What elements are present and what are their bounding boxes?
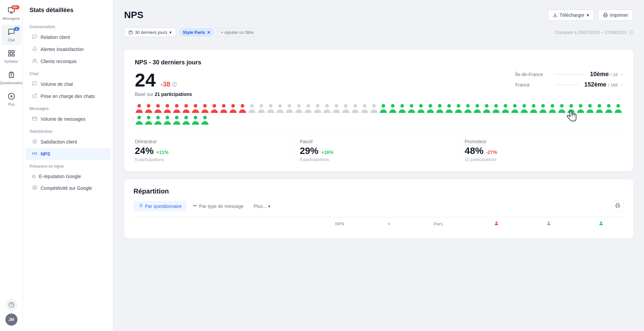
svg-point-36 <box>213 104 216 108</box>
repartition-print-button[interactable] <box>611 201 624 212</box>
person-green <box>595 104 604 115</box>
svg-point-82 <box>156 116 160 119</box>
sidebar-section-messages: Messages <box>23 102 113 113</box>
nps-score-row: 24 -38 ⓘ Basé sur 21 participations Île-… <box>135 71 623 97</box>
svg-point-76 <box>588 104 592 108</box>
svg-line-14 <box>34 94 37 96</box>
synthese-icon <box>8 50 15 59</box>
svg-rect-1 <box>8 50 10 52</box>
svg-point-32 <box>175 104 179 108</box>
svg-point-81 <box>147 116 151 119</box>
download-label: Télécharger <box>559 12 585 18</box>
svg-point-94 <box>193 205 194 206</box>
svg-point-53 <box>372 104 376 108</box>
svg-point-34 <box>194 104 198 108</box>
svg-point-37 <box>222 104 226 108</box>
prise-en-charge-label: Prise en charge des chats <box>41 94 95 99</box>
promoteur-label: Promoteur <box>465 139 623 144</box>
sidebar-item-relation-client[interactable]: Relation client <box>25 31 110 43</box>
passif-participations: 6 participations <box>300 157 458 162</box>
satisfaction-client-label: Satisfaction client <box>41 139 77 145</box>
style-paris-filter-tag[interactable]: Style Paris ✕ <box>179 28 214 37</box>
svg-point-65 <box>485 104 489 108</box>
nav-chat[interactable]: 1 Chat <box>1 25 21 45</box>
download-button[interactable]: Télécharger ▾ <box>548 9 594 21</box>
person-green <box>614 104 623 115</box>
svg-point-64 <box>476 104 479 108</box>
type-message-tab-icon <box>193 203 197 209</box>
rank-arrow-1[interactable]: › <box>621 72 623 77</box>
th-sort-icon[interactable] <box>375 221 404 227</box>
sidebar-item-nps[interactable]: NPS <box>25 148 110 160</box>
nav-messagerie[interactable]: 99+ Messagerie <box>1 3 21 23</box>
th-part: Part. <box>410 221 467 226</box>
person-red <box>154 104 162 115</box>
tab-par-type-message[interactable]: Par type de message <box>188 201 248 211</box>
person-green <box>473 104 482 115</box>
person-green <box>576 104 585 115</box>
print-button[interactable]: Imprimer <box>598 9 633 21</box>
compare-text: Comparé à 29/07/2023 – 27/08/2023 ⓘ <box>555 30 633 36</box>
sidebar-item-alertes[interactable]: Alertes insatisfaction <box>25 43 110 55</box>
date-chevron-icon: ▾ <box>169 30 172 35</box>
nav-plus[interactable]: Plus <box>1 89 21 109</box>
promoteur-value-row: 48% -27% <box>465 146 623 156</box>
nav-synthese[interactable]: Synthèse <box>1 46 21 66</box>
detracteur-value: 24% <box>135 146 154 156</box>
rank-france-label: France <box>515 82 549 88</box>
help-icon-btn[interactable] <box>5 299 17 311</box>
nps-card: NPS - 30 derniers jours 24 -38 ⓘ Basé su… <box>124 50 633 171</box>
promoteur-participations: 10 participations <box>465 157 623 162</box>
tab-plus[interactable]: Plus... ▾ <box>250 201 274 211</box>
nps-score-left: 24 -38 ⓘ Basé sur 21 participations <box>135 71 192 97</box>
svg-point-16 <box>34 153 36 154</box>
header-actions: Télécharger ▾ Imprimer <box>548 9 633 21</box>
svg-point-69 <box>523 104 526 108</box>
svg-point-99 <box>496 222 497 223</box>
nav-questionnaires[interactable]: Questionnaires <box>1 68 21 88</box>
add-filter-button[interactable]: + Ajouter un filtre <box>217 28 257 37</box>
nps-card-title: NPS - 30 derniers jours <box>135 59 623 66</box>
person-gray <box>370 104 378 115</box>
sidebar-item-clients-reconquis[interactable]: Clients reconquis <box>25 55 110 67</box>
svg-point-51 <box>354 104 357 108</box>
user-avatar[interactable]: JM <box>5 314 17 326</box>
download-chevron: ▾ <box>587 12 589 18</box>
sidebar-item-e-reputation[interactable]: G E-réputation Google <box>25 171 110 182</box>
person-green <box>191 115 200 126</box>
person-green <box>492 104 500 115</box>
stat-promoteur: Promoteur 48% -27% 10 participations <box>458 139 623 162</box>
svg-point-67 <box>504 104 507 108</box>
rank-dots-1 <box>555 74 584 75</box>
relation-client-icon <box>32 34 37 40</box>
person-green <box>407 104 416 115</box>
sidebar-title: Stats détaillées <box>23 7 113 20</box>
sidebar-item-volume-chat[interactable]: Volume de chat <box>25 78 110 90</box>
svg-point-31 <box>166 104 169 108</box>
page-title: NPS <box>124 10 144 20</box>
svg-point-17 <box>33 185 37 190</box>
tab-par-questionnaire[interactable]: Par questionnaire <box>133 201 186 211</box>
sidebar-item-competitivite[interactable]: Compétitivité sur Google <box>25 182 110 194</box>
tag-close-icon[interactable]: ✕ <box>207 30 210 35</box>
volume-messages-icon <box>32 116 37 122</box>
tab-plus-chevron: ▾ <box>268 204 270 209</box>
clients-reconquis-icon <box>32 58 37 64</box>
rank-ile-de-france-label: Île-de-France <box>515 72 549 77</box>
sidebar-item-volume-messages[interactable]: Volume de messages <box>25 113 110 125</box>
person-red <box>191 104 200 115</box>
people-visualization <box>135 104 623 126</box>
sidebar-section-conversation: Conversation <box>23 20 113 31</box>
questionnaires-icon <box>8 71 15 80</box>
svg-point-29 <box>147 104 151 108</box>
sidebar-item-prise-en-charge[interactable]: Prise en charge des chats <box>25 90 110 102</box>
date-filter-button[interactable]: 30 derniers jours ▾ <box>124 27 176 37</box>
person-green <box>529 104 538 115</box>
person-gray <box>294 104 303 115</box>
person-red <box>201 104 209 115</box>
sidebar-item-satisfaction-client[interactable]: Satisfaction client <box>25 136 110 148</box>
person-red <box>172 104 181 115</box>
repartition-card: Répartition Par questionnaire Par type d… <box>124 179 633 238</box>
person-green <box>201 115 209 126</box>
rank-arrow-2[interactable]: › <box>621 82 623 87</box>
